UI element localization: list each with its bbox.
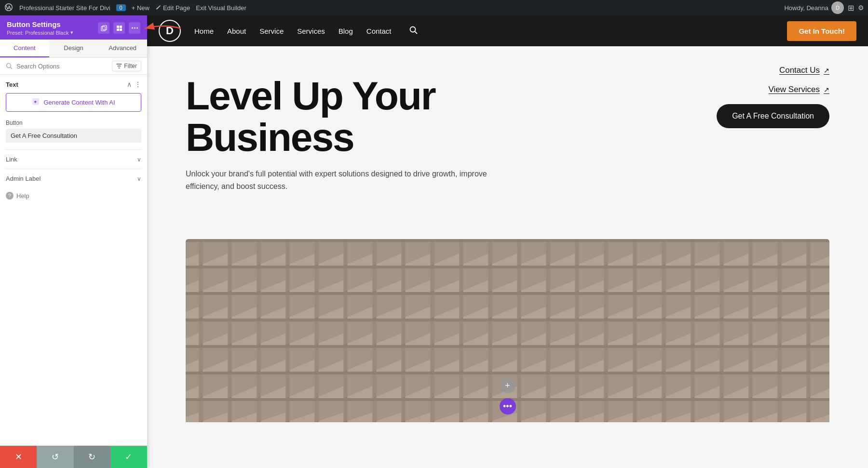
exit-builder-link[interactable]: Exit Visual Builder: [196, 4, 246, 12]
hero-cta-panel: Contact Us ↗ View Services ↗ Get A Free …: [717, 66, 829, 128]
consultation-button[interactable]: Get A Free Consultation: [717, 104, 829, 128]
sidebar-header-icons: [98, 22, 140, 34]
divi-logo[interactable]: D: [159, 20, 181, 42]
comments-link[interactable]: 0: [116, 4, 126, 11]
admin-label-section-title: Admin Label: [6, 175, 41, 182]
tab-design[interactable]: Design: [49, 40, 98, 57]
nav-service[interactable]: Service: [259, 27, 284, 35]
svg-rect-3: [120, 26, 122, 28]
svg-rect-45: [186, 345, 829, 348]
more-options-icon-btn[interactable]: [129, 22, 140, 34]
nav-about[interactable]: About: [227, 27, 246, 35]
tab-content[interactable]: Content: [0, 40, 49, 57]
svg-rect-1: [103, 26, 107, 30]
nav-services[interactable]: Services: [297, 27, 325, 35]
sidebar-tabs: Content Design Advanced: [0, 40, 147, 58]
undo-button[interactable]: ↺: [37, 446, 73, 468]
nav-contact[interactable]: Contact: [366, 27, 392, 35]
copy-icon-btn[interactable]: [98, 22, 109, 34]
button-field-label: Button: [6, 120, 141, 126]
svg-rect-43: [186, 292, 829, 295]
new-content-link[interactable]: + New: [132, 4, 149, 12]
admin-label-chevron-icon: ∨: [137, 175, 141, 182]
svg-rect-4: [117, 28, 119, 31]
avatar: D: [831, 1, 844, 14]
svg-rect-41: [186, 239, 829, 242]
hero-inner: Contact Us ↗ View Services ↗ Get A Free …: [147, 46, 868, 239]
ai-icon: ✦: [32, 98, 40, 107]
svg-rect-42: [186, 266, 829, 268]
ai-sparkle-icon: ✦: [32, 98, 40, 106]
add-section-button[interactable]: +: [500, 378, 515, 393]
preset-chevron-icon: ▾: [70, 29, 73, 36]
hero-image: + •••: [186, 239, 829, 422]
hero-subtitle: Unlock your brand's full potential with …: [186, 168, 494, 192]
hero-title: Level Up Your Business: [186, 75, 514, 158]
svg-line-10: [11, 67, 13, 69]
howdy-label: Howdy, Deanna D: [784, 1, 844, 14]
admin-label-section: Admin Label ∨: [6, 169, 141, 188]
cancel-button[interactable]: ✕: [0, 446, 37, 468]
sidebar-title: Button Settings: [7, 20, 73, 28]
link-section: Link ∨: [6, 149, 141, 169]
section-controls: ∧ ⋮: [127, 80, 141, 88]
nav-home[interactable]: Home: [194, 27, 214, 35]
svg-text:✦: ✦: [33, 99, 37, 105]
settings-icon[interactable]: ⚙: [858, 4, 864, 12]
sidebar-preset: Preset: Professional Black ▾: [7, 29, 73, 36]
nav-blog[interactable]: Blog: [339, 27, 353, 35]
wp-logo-icon[interactable]: [4, 2, 14, 13]
hero-section: Contact Us ↗ View Services ↗ Get A Free …: [147, 46, 868, 468]
svg-rect-44: [186, 319, 829, 321]
svg-point-6: [132, 27, 133, 29]
wp-admin-bar: Professional Starter Site For Divi 0 + N…: [0, 0, 868, 15]
button-text-input[interactable]: [6, 129, 141, 143]
help-link[interactable]: ? Help: [6, 188, 141, 203]
sidebar-header: Button Settings Preset: Professional Bla…: [0, 15, 147, 40]
contact-us-link[interactable]: Contact Us ↗: [779, 66, 829, 75]
link-section-header[interactable]: Link ∨: [6, 156, 141, 163]
screen-options-icon[interactable]: ⊞: [848, 3, 854, 13]
svg-point-7: [134, 27, 136, 29]
svg-point-13: [410, 27, 415, 32]
text-section-header: Text ∧ ⋮: [6, 80, 141, 88]
button-field-row: Button: [6, 120, 141, 143]
edit-page-link[interactable]: Edit Page: [155, 4, 190, 12]
divi-navigation: D Home About Service Services Blog Conta…: [147, 15, 868, 46]
sidebar-panel: Button Settings Preset: Professional Bla…: [0, 15, 147, 468]
search-options-input[interactable]: [16, 63, 108, 70]
admin-label-section-header[interactable]: Admin Label ∨: [6, 175, 141, 182]
sidebar-search-bar: Filter: [0, 58, 147, 75]
view-services-link[interactable]: View Services ↗: [769, 85, 829, 94]
layout-icon-btn[interactable]: [113, 22, 125, 34]
svg-rect-2: [117, 26, 119, 28]
text-section-title: Text: [6, 81, 18, 88]
more-options-button[interactable]: •••: [500, 398, 516, 415]
search-icon: [6, 63, 13, 69]
services-arrow-icon: ↗: [824, 86, 829, 94]
main-navigation: Home About Service Services Blog Contact: [194, 26, 418, 36]
tab-advanced[interactable]: Advanced: [98, 40, 147, 57]
redo-button[interactable]: ↻: [74, 446, 110, 468]
text-section-collapse[interactable]: ∧: [127, 80, 132, 88]
link-chevron-icon: ∨: [137, 156, 141, 163]
help-circle-icon: ?: [6, 192, 14, 200]
search-icon[interactable]: [409, 26, 418, 36]
save-button[interactable]: ✓: [110, 446, 147, 468]
building-illustration: [186, 239, 829, 422]
contact-arrow-icon: ↗: [824, 67, 829, 74]
get-in-touch-button[interactable]: Get In Touch!: [787, 21, 856, 41]
text-section-more[interactable]: ⋮: [135, 80, 141, 88]
svg-line-14: [415, 32, 417, 34]
comments-count: 0: [116, 4, 126, 11]
sidebar-footer: ✕ ↺ ↻ ✓: [0, 445, 147, 468]
site-name-link[interactable]: Professional Starter Site For Divi: [19, 4, 110, 12]
svg-rect-0: [101, 27, 105, 31]
svg-rect-46: [186, 372, 829, 374]
filter-button[interactable]: Filter: [112, 61, 141, 71]
sidebar-content: Text ∧ ⋮ ✦ Generate Content With AI B: [0, 75, 147, 445]
filter-icon: [116, 63, 122, 69]
ai-generate-button[interactable]: ✦ Generate Content With AI: [6, 93, 141, 112]
svg-point-8: [136, 27, 138, 29]
link-section-title: Link: [6, 156, 17, 163]
